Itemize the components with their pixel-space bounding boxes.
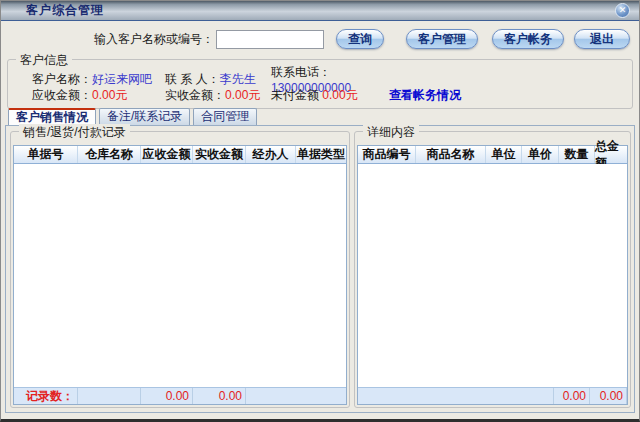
receivable-label: 应收金额： — [32, 88, 92, 102]
customer-info-groupbox: 客户信息 客户名称：好运来网吧 联 系 人：李先生 联系电话：130000000… — [7, 59, 633, 109]
footer-qty-total: 0.00 — [553, 388, 590, 404]
customer-info-legend: 客户信息 — [16, 52, 72, 69]
customer-manage-button[interactable]: 客户管理 — [406, 29, 478, 49]
sales-table-footer: 记录数： 0.00 0.00 — [14, 387, 346, 404]
col-product-code[interactable]: 商品编号 — [358, 146, 416, 163]
window-title: 客户综合管理 — [26, 2, 104, 19]
col-receivable[interactable]: 应收金额 — [141, 146, 193, 163]
receivable-field: 应收金额：0.00元 — [32, 87, 165, 104]
detail-table-header: 商品编号 商品名称 单位 单价 数量 总金额 — [358, 146, 627, 164]
footer-spacer — [78, 388, 141, 404]
view-account-link[interactable]: 查看帐务情况 — [389, 87, 632, 104]
search-label: 输入客户名称或编号： — [94, 31, 214, 48]
footer-filler — [358, 388, 553, 404]
col-handler[interactable]: 经办人 — [246, 146, 296, 163]
tab-notes-contacts[interactable]: 备注/联系记录 — [99, 108, 190, 125]
detail-table-body[interactable] — [358, 164, 627, 387]
close-icon[interactable]: ✕ — [615, 3, 630, 18]
col-received[interactable]: 实收金额 — [193, 146, 246, 163]
contact-person-value: 李先生 — [220, 72, 256, 86]
detail-groupbox: 详细内容 商品编号 商品名称 单位 单价 数量 总金额 0.00 0.00 — [354, 131, 631, 408]
exit-button[interactable]: 退出 — [574, 29, 630, 49]
unpaid-field: 未付金额 0.00元 — [271, 87, 383, 104]
customer-info-row2: 应收金额：0.00元 实收金额：0.00元 未付金额 0.00元 查看帐务情况 — [32, 85, 632, 106]
sales-records-legend: 销售/退货/付款记录 — [19, 124, 130, 141]
customer-name-label: 客户名称： — [32, 72, 92, 86]
col-unit[interactable]: 单位 — [486, 146, 522, 163]
col-product-name[interactable]: 商品名称 — [416, 146, 486, 163]
footer-receivable-total: 0.00 — [141, 388, 193, 404]
toolbar: 输入客户名称或编号： 查询 客户管理 客户帐务 退出 — [1, 28, 639, 50]
col-doc-type[interactable]: 单据类型 — [296, 146, 346, 163]
customer-name-value: 好运来网吧 — [92, 72, 152, 86]
tab-bar: 客户销售情况 备注/联系记录 合同管理 — [8, 108, 257, 125]
customer-account-button[interactable]: 客户帐务 — [492, 29, 564, 49]
detail-table-footer: 0.00 0.00 — [358, 387, 627, 404]
col-doc-number[interactable]: 单据号 — [14, 146, 78, 163]
col-warehouse[interactable]: 仓库名称 — [78, 146, 141, 163]
customer-info-row1: 客户名称：好运来网吧 联 系 人：李先生 联系电话：130000000000 — [32, 64, 632, 85]
sales-table-header: 单据号 仓库名称 应收金额 实收金额 经办人 单据类型 — [14, 146, 346, 164]
footer-filler — [246, 388, 346, 404]
receivable-value: 0.00元 — [92, 88, 127, 102]
sales-records-groupbox: 销售/退货/付款记录 单据号 仓库名称 应收金额 实收金额 经办人 单据类型 记… — [10, 131, 350, 408]
footer-received-total: 0.00 — [193, 388, 246, 404]
received-field: 实收金额：0.00元 — [165, 87, 271, 104]
contact-person-field: 联 系 人：李先生 — [165, 71, 271, 88]
tab-contract-manage[interactable]: 合同管理 — [193, 108, 257, 125]
app-window: 客户综合管理 ✕ 输入客户名称或编号： 查询 客户管理 客户帐务 退出 客户信息… — [0, 0, 640, 422]
title-bar: 客户综合管理 ✕ — [1, 1, 639, 21]
contact-person-label: 联 系 人： — [165, 72, 220, 86]
phone-label: 联系电话： — [271, 65, 331, 79]
col-quantity[interactable]: 数量 — [559, 146, 595, 163]
footer-amount-total: 0.00 — [590, 388, 627, 404]
tab-content-panel: 销售/退货/付款记录 单据号 仓库名称 应收金额 实收金额 经办人 单据类型 记… — [5, 125, 635, 413]
unpaid-value: 0.00元 — [322, 88, 357, 102]
col-unit-price[interactable]: 单价 — [522, 146, 559, 163]
unpaid-label: 未付金额 — [271, 88, 319, 102]
query-button[interactable]: 查询 — [336, 29, 384, 49]
detail-table: 商品编号 商品名称 单位 单价 数量 总金额 0.00 0.00 — [357, 145, 628, 405]
col-total-amount[interactable]: 总金额 — [595, 146, 627, 163]
sales-table-body[interactable] — [14, 164, 346, 387]
search-input[interactable] — [216, 30, 324, 49]
sales-records-table: 单据号 仓库名称 应收金额 实收金额 经办人 单据类型 记录数： 0.00 0.… — [13, 145, 347, 405]
customer-name-field: 客户名称：好运来网吧 — [32, 71, 165, 88]
record-count-label: 记录数： — [14, 388, 78, 404]
received-value: 0.00元 — [225, 88, 260, 102]
tab-customer-sales[interactable]: 客户销售情况 — [8, 108, 96, 125]
detail-legend: 详细内容 — [363, 124, 419, 141]
received-label: 实收金额： — [165, 88, 225, 102]
